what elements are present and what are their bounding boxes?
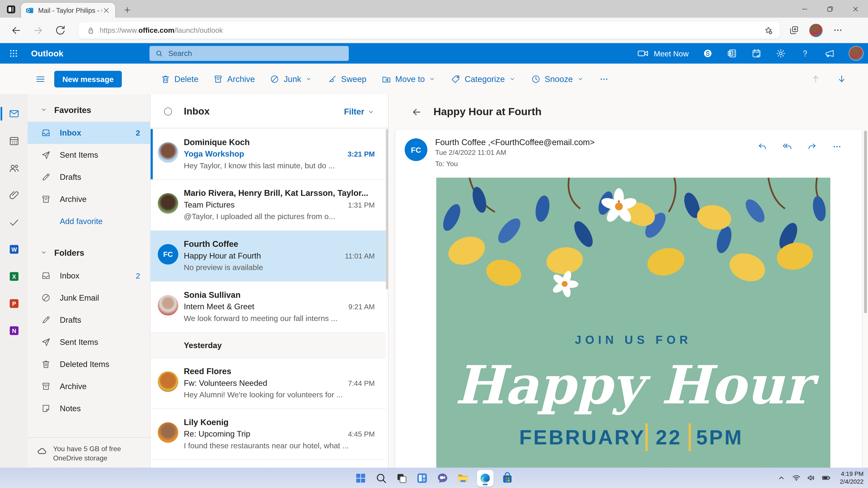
browser-tab[interactable]: Mail - Taylor Philips - O xyxy=(21,3,115,18)
wifi-icon[interactable] xyxy=(792,473,801,483)
message-row[interactable]: Mario Rivera, Henry Brill, Kat Larsson, … xyxy=(151,180,386,231)
new-tab-button[interactable] xyxy=(123,6,132,14)
url-bar[interactable]: https://www.office.com/launch/outlook xyxy=(79,22,780,39)
rail-mail-button[interactable] xyxy=(0,100,28,127)
archive-button[interactable]: Archive xyxy=(213,74,255,84)
chat-icon[interactable] xyxy=(436,471,449,485)
browser-menu-icon[interactable] xyxy=(833,25,843,35)
avatar xyxy=(158,142,178,163)
reply-all-icon[interactable] xyxy=(782,142,792,152)
onenote-feed-icon[interactable] xyxy=(727,48,737,59)
filter-button[interactable]: Filter xyxy=(344,107,375,116)
more-actions-icon[interactable] xyxy=(832,142,842,152)
task-view-icon[interactable] xyxy=(395,471,408,485)
message-sender: Sonia Sullivan xyxy=(184,290,375,299)
sidebar-item-sent[interactable]: Sent Items xyxy=(28,331,150,353)
browser-forward-button[interactable] xyxy=(32,24,44,36)
back-icon[interactable] xyxy=(411,106,423,118)
sidebar-item-inbox[interactable]: Inbox 2 xyxy=(28,265,150,287)
rail-excel-button[interactable]: X xyxy=(0,263,28,290)
message-row[interactable]: Reed Flores Fw: Volunteers Needed7:44 PM… xyxy=(151,358,386,409)
tray-chevron-up-icon[interactable] xyxy=(777,473,786,483)
sidebar-item-drafts[interactable]: Drafts xyxy=(28,309,150,331)
browser-back-button[interactable] xyxy=(10,24,22,36)
widgets-icon[interactable] xyxy=(415,471,429,485)
start-icon[interactable] xyxy=(354,471,367,485)
categorize-button[interactable]: Categorize xyxy=(451,74,516,84)
rail-todo-button[interactable] xyxy=(0,209,28,236)
delete-button[interactable]: Delete xyxy=(160,74,198,84)
file-explorer-icon[interactable] xyxy=(457,471,470,485)
rail-people-button[interactable] xyxy=(0,155,28,182)
header-actions: Meet Now xyxy=(637,43,864,64)
taskbar-search-icon[interactable] xyxy=(374,471,388,485)
sidebar-item-drafts-favorite[interactable]: Drafts xyxy=(28,166,150,188)
collections-icon[interactable] xyxy=(789,25,799,35)
window-minimize-button[interactable] xyxy=(792,0,817,18)
my-day-icon[interactable] xyxy=(751,48,762,59)
sidebar-item-junk[interactable]: Junk Email xyxy=(28,287,150,309)
window-close-button[interactable] xyxy=(843,0,868,18)
window-maximize-button[interactable] xyxy=(817,0,842,18)
tab-close-icon[interactable] xyxy=(102,6,111,15)
message-row[interactable]: Sonia Sullivan Intern Meet & Greet9:21 A… xyxy=(151,282,386,333)
message-sender: Fourth Coffee xyxy=(184,239,375,248)
account-avatar[interactable] xyxy=(849,46,864,61)
favorites-header[interactable]: Favorites xyxy=(28,97,150,122)
lock-icon[interactable] xyxy=(86,26,95,35)
edge-taskbar-button[interactable] xyxy=(477,469,494,486)
browser-refresh-button[interactable] xyxy=(54,24,66,36)
taskbar-clock[interactable]: 4:19 PM 2/4/2022 xyxy=(840,470,863,485)
browser-profile-avatar[interactable] xyxy=(809,24,823,37)
sidebar-item-archive[interactable]: Archive xyxy=(28,375,150,397)
message-recipients: To: You xyxy=(435,160,458,168)
more-commands-button[interactable] xyxy=(599,74,609,84)
help-icon[interactable] xyxy=(800,48,810,59)
list-scrollbar[interactable] xyxy=(386,129,388,290)
message-row[interactable]: Lily Koenig Re: Upcoming Trip4:45 PM I f… xyxy=(151,409,386,460)
previous-message-icon[interactable] xyxy=(810,73,821,84)
sidebar-item-notes[interactable]: Notes xyxy=(28,397,150,419)
folders-header[interactable]: Folders xyxy=(28,240,150,264)
move-to-button[interactable]: Move to xyxy=(381,74,436,84)
sidebar-item-sent-favorite[interactable]: Sent Items xyxy=(28,144,150,166)
search-input[interactable] xyxy=(168,49,323,58)
forward-icon[interactable] xyxy=(807,142,817,152)
pane-scrollbar[interactable] xyxy=(864,131,867,313)
message-time: 3:21 PM xyxy=(347,150,375,158)
message-row-selected[interactable]: FC Fourth Coffee Happy Hour at Fourth11:… xyxy=(151,231,386,282)
search-box[interactable] xyxy=(150,46,349,61)
store-icon[interactable] xyxy=(501,471,514,485)
whats-new-icon[interactable] xyxy=(824,48,835,59)
rail-onenote-button[interactable]: N xyxy=(0,317,28,344)
chevron-down-icon xyxy=(429,75,436,83)
skype-icon[interactable] xyxy=(703,48,713,59)
rail-powerpoint-button[interactable]: P xyxy=(0,290,28,317)
add-favorite-link[interactable]: Add favorite xyxy=(28,210,150,232)
select-all-checkbox[interactable] xyxy=(163,106,173,117)
snooze-button[interactable]: Snooze xyxy=(531,74,584,84)
message-sender: Reed Flores xyxy=(184,366,375,376)
sweep-button[interactable]: Sweep xyxy=(327,74,366,84)
rail-word-button[interactable]: W xyxy=(0,236,28,263)
sidebar-item-inbox-favorite[interactable]: Inbox 2 xyxy=(28,122,150,144)
favorite-star-icon[interactable] xyxy=(764,25,773,35)
speaker-icon[interactable] xyxy=(807,473,816,483)
rail-attachments-button[interactable] xyxy=(0,182,28,209)
settings-gear-icon[interactable] xyxy=(776,48,786,59)
junk-button[interactable]: Junk xyxy=(270,74,312,84)
app-launcher-button[interactable] xyxy=(0,43,27,64)
message-row[interactable]: Dominique Koch Yoga Workshop3:21 PM Hey … xyxy=(151,129,386,180)
hamburger-icon[interactable] xyxy=(35,73,46,85)
rail-calendar-button[interactable] xyxy=(0,127,28,155)
next-message-icon[interactable] xyxy=(837,73,847,84)
tab-actions-icon[interactable] xyxy=(6,4,17,15)
new-message-button[interactable]: New message xyxy=(54,70,122,87)
sender-avatar[interactable]: FC xyxy=(405,138,427,161)
battery-icon[interactable] xyxy=(822,473,831,483)
reply-icon[interactable] xyxy=(757,142,767,152)
onenote-tile-icon: N xyxy=(8,325,20,336)
sidebar-item-deleted[interactable]: Deleted Items xyxy=(28,353,150,375)
sidebar-item-archive-favorite[interactable]: Archive xyxy=(28,188,150,210)
meet-now-button[interactable]: Meet Now xyxy=(637,47,689,59)
